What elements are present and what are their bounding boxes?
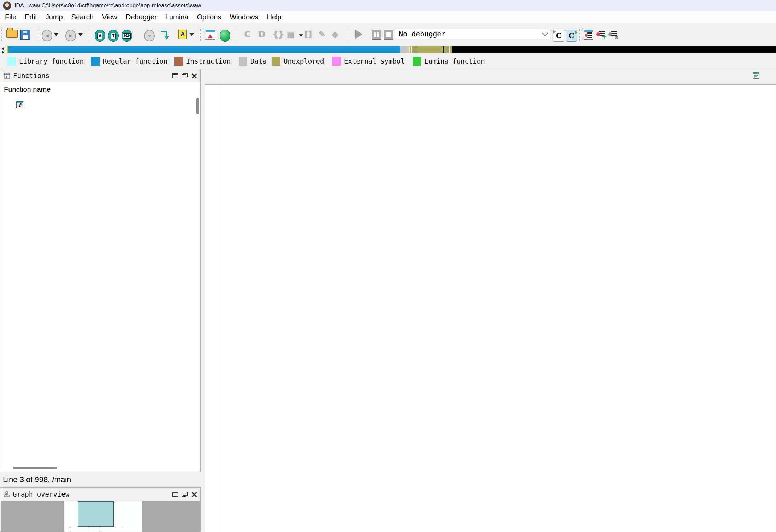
edit-button[interactable]: ✎	[319, 30, 325, 39]
back-history-dropdown[interactable]	[54, 33, 58, 36]
restore-icon[interactable]	[182, 73, 188, 78]
toolbar-separator	[88, 28, 89, 41]
debugger-pause-button[interactable]	[372, 30, 381, 40]
jump-to-name-button[interactable]: T	[108, 30, 119, 42]
grid-icon: ▦	[287, 30, 295, 39]
restore-icon[interactable]	[182, 492, 188, 497]
play-icon	[355, 30, 362, 39]
navigation-band[interactable]	[0, 45, 776, 54]
toolbar-separator	[37, 28, 38, 41]
window-list-icon	[753, 72, 759, 79]
toolbar-separator	[1, 28, 3, 41]
legend-swatch	[272, 57, 280, 66]
legend-label: Data	[250, 57, 267, 65]
functions-list	[1, 96, 194, 464]
menu-item-options[interactable]: Options	[192, 13, 225, 21]
maximize-icon[interactable]	[172, 492, 178, 497]
debugger-stop-button[interactable]	[384, 30, 393, 40]
analysis-options-button[interactable]: A	[178, 30, 187, 39]
debugger-selector[interactable]: No debugger	[395, 29, 550, 39]
legend-label: External symbol	[344, 57, 405, 65]
menu-item-search[interactable]: Search	[67, 13, 98, 21]
functions-panel-title: Functions	[13, 72, 49, 79]
menu-item-lumina[interactable]: Lumina	[161, 13, 193, 21]
function-list-item[interactable]	[1, 100, 194, 110]
chevron-down-icon	[542, 30, 548, 36]
name-orb-icon: T	[108, 30, 119, 42]
function-f-icon	[16, 101, 23, 108]
save-button[interactable]	[20, 30, 30, 40]
debugger-start-button[interactable]	[355, 30, 362, 39]
jump-forward-button[interactable]: ➔	[144, 30, 155, 41]
chevron-down-icon	[190, 33, 194, 36]
create-struct-button[interactable]: C	[244, 30, 250, 39]
open-file-button[interactable]	[6, 30, 18, 38]
toolbar-separator	[579, 28, 581, 41]
jump-to-address-button[interactable]: #	[95, 30, 105, 42]
menu-item-file[interactable]: File	[1, 13, 20, 21]
windows-list-button[interactable]	[753, 72, 759, 79]
analysis-dropdown[interactable]	[190, 33, 194, 36]
menu-item-edit[interactable]: Edit	[20, 13, 41, 21]
graph-node	[100, 527, 124, 532]
title-bar: IDA - waw C:\Users\c8o1d\ctf\hgame\re\an…	[0, 0, 776, 11]
navband-segment	[7, 46, 400, 53]
add-breakpoint-button[interactable]: +	[596, 30, 605, 39]
undefine-button[interactable]: ◆	[332, 30, 338, 39]
legend-swatch	[7, 57, 16, 66]
editor-tab-bar	[205, 69, 776, 85]
diamond-icon: ◆	[332, 30, 338, 39]
legend-label: Instruction	[186, 57, 231, 65]
breakpoint-list-icon	[584, 30, 593, 40]
maximize-icon[interactable]	[172, 73, 178, 78]
open-folder-icon	[6, 30, 18, 38]
lumina-button[interactable]	[220, 30, 230, 42]
toolbar-separator	[200, 28, 201, 41]
breakpoint-list-button[interactable]	[584, 30, 593, 40]
forward-arrow-icon: ▶	[65, 30, 76, 41]
navband-left-arrow[interactable]	[2, 47, 4, 51]
arrow-right-icon: ➔	[144, 30, 155, 41]
hash-orb-icon: #	[95, 30, 105, 42]
status-text: Line 3 of 998, /main	[3, 475, 71, 484]
graph-overview-header: Graph overview	[0, 488, 200, 501]
create-data-button[interactable]: D	[259, 30, 265, 39]
functions-horizontal-scrollbar[interactable]	[13, 467, 57, 469]
graph-node	[70, 527, 90, 532]
close-icon[interactable]	[191, 492, 197, 497]
stop-icon	[384, 30, 393, 40]
array-dropdown[interactable]	[299, 34, 303, 37]
navband-toggle-button[interactable]	[205, 30, 215, 40]
binary-orb-icon: 010	[122, 30, 132, 42]
lumina-orb-icon	[220, 30, 230, 42]
color-legend: Library functionRegular functionInstruct…	[0, 54, 776, 69]
close-icon[interactable]	[191, 73, 197, 78]
chevron-down-icon	[299, 34, 303, 37]
forward-history-dropdown[interactable]	[78, 33, 83, 36]
menu-item-jump[interactable]: Jump	[41, 13, 67, 21]
menu-item-debugger[interactable]: Debugger	[122, 13, 161, 21]
braces-button[interactable]: {}	[273, 30, 284, 39]
navigate-back-button[interactable]: ◀	[42, 30, 52, 41]
navband-stripe	[409, 46, 410, 53]
run-until-return-button[interactable]: C	[566, 30, 577, 42]
attach-process-button[interactable]: C	[553, 30, 564, 42]
jump-in-function-button[interactable]	[160, 30, 169, 40]
disable-breakpoint-button[interactable]: ✖	[608, 30, 617, 39]
menu-item-windows[interactable]: Windows	[225, 13, 262, 21]
pseudocode-view[interactable]	[205, 85, 776, 532]
jump-to-binary-button[interactable]: 010	[122, 30, 132, 42]
menu-item-view[interactable]: View	[98, 13, 122, 21]
array-button[interactable]: ▦	[287, 30, 295, 39]
graph-viewport-rect[interactable]	[78, 501, 114, 527]
navigate-forward-button[interactable]: ▶	[65, 30, 76, 41]
graph-overview-canvas[interactable]	[1, 501, 200, 532]
menu-bar: FileEditJumpSearchViewDebuggerLuminaOpti…	[0, 11, 776, 23]
menu-item-help[interactable]: Help	[263, 13, 286, 21]
chevron-down-icon	[78, 33, 83, 36]
function-name-column-header[interactable]: Function name	[0, 82, 200, 94]
brackets-button[interactable]: []	[304, 30, 312, 39]
navband-dark-line	[443, 46, 444, 53]
navband-segment	[400, 46, 409, 53]
functions-vertical-scrollbar[interactable]	[196, 98, 199, 114]
